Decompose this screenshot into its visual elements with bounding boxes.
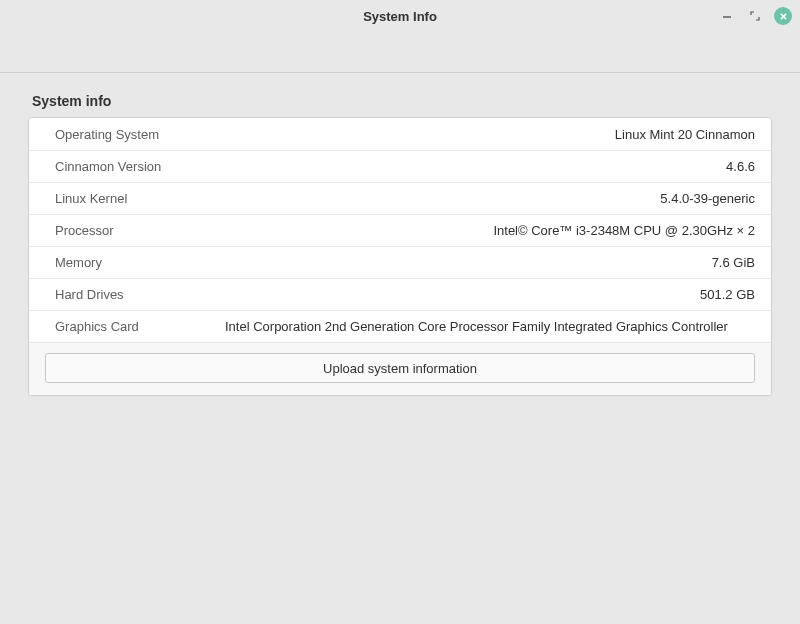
- label-linux-kernel: Linux Kernel: [55, 191, 205, 206]
- window-controls: [718, 7, 792, 25]
- row-linux-kernel: Linux Kernel 5.4.0-39-generic: [29, 182, 771, 214]
- window-title: System Info: [0, 9, 800, 24]
- label-processor: Processor: [55, 223, 205, 238]
- titlebar: System Info: [0, 0, 800, 33]
- upload-system-information-button[interactable]: Upload system information: [45, 353, 755, 383]
- row-processor: Processor Intel© Core™ i3-2348M CPU @ 2.…: [29, 214, 771, 246]
- label-graphics-card: Graphics Card: [55, 319, 205, 334]
- row-graphics-card: Graphics Card Intel Corporation 2nd Gene…: [29, 310, 771, 342]
- close-icon: [779, 12, 788, 21]
- content-area: System info Operating System Linux Mint …: [0, 73, 800, 416]
- value-cinnamon-version: 4.6.6: [225, 159, 755, 174]
- row-operating-system: Operating System Linux Mint 20 Cinnamon: [29, 118, 771, 150]
- minimize-icon: [722, 11, 732, 21]
- label-memory: Memory: [55, 255, 205, 270]
- minimize-button[interactable]: [718, 7, 736, 25]
- value-operating-system: Linux Mint 20 Cinnamon: [225, 127, 755, 142]
- label-operating-system: Operating System: [55, 127, 205, 142]
- row-memory: Memory 7.6 GiB: [29, 246, 771, 278]
- row-hard-drives: Hard Drives 501.2 GB: [29, 278, 771, 310]
- value-memory: 7.6 GiB: [225, 255, 755, 270]
- row-cinnamon-version: Cinnamon Version 4.6.6: [29, 150, 771, 182]
- upload-row: Upload system information: [29, 342, 771, 395]
- toolbar: [0, 33, 800, 73]
- maximize-icon: [750, 11, 760, 21]
- value-graphics-card: Intel Corporation 2nd Generation Core Pr…: [225, 319, 755, 334]
- value-hard-drives: 501.2 GB: [225, 287, 755, 302]
- value-processor: Intel© Core™ i3-2348M CPU @ 2.30GHz × 2: [225, 223, 755, 238]
- value-linux-kernel: 5.4.0-39-generic: [225, 191, 755, 206]
- section-heading: System info: [32, 93, 768, 109]
- label-hard-drives: Hard Drives: [55, 287, 205, 302]
- close-button[interactable]: [774, 7, 792, 25]
- system-info-panel: Operating System Linux Mint 20 Cinnamon …: [28, 117, 772, 396]
- maximize-button[interactable]: [746, 7, 764, 25]
- label-cinnamon-version: Cinnamon Version: [55, 159, 205, 174]
